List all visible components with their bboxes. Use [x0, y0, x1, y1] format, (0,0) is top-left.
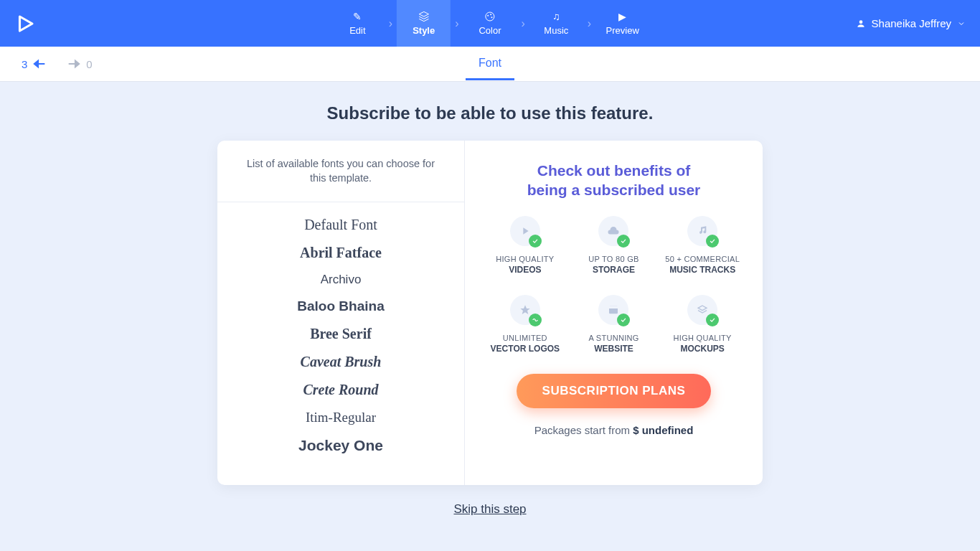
redo-count: 0 [86, 58, 92, 70]
font-item[interactable]: Abril Fatface [217, 239, 464, 267]
page-headline: Subscribe to be able to use this feature… [327, 103, 654, 123]
top-nav: ✎ Edit › Style › Color › ♫ Music › ▶ Pre… [0, 0, 980, 47]
svg-point-1 [487, 15, 489, 17]
font-list[interactable]: Default Font Abril Fatface Archivo Baloo… [217, 202, 464, 485]
benefit-line2: VECTOR LOGOS [491, 344, 560, 354]
benefit-line2: WEBSITE [594, 344, 633, 354]
benefit-item: HIGH QUALITYMOCKUPS [661, 295, 744, 354]
check-badge-icon [617, 235, 630, 248]
benefit-line1: A STUNNING [588, 334, 639, 342]
svg-rect-6 [609, 306, 618, 308]
check-badge-icon [529, 314, 542, 326]
step-music[interactable]: ♫ Music [529, 0, 583, 47]
step-label: Edit [349, 25, 365, 36]
benefit-line1: HIGH QUALITY [674, 334, 732, 342]
music-icon [687, 216, 717, 246]
toolbar: 3 0 Font [0, 47, 980, 82]
step-label: Style [413, 25, 435, 36]
check-badge-icon [706, 314, 719, 326]
step-label: Preview [606, 25, 639, 36]
subscription-column: Check out benefits ofbeing a subscribed … [465, 141, 763, 485]
wizard-steps: ✎ Edit › Style › Color › ♫ Music › ▶ Pre… [331, 0, 649, 47]
user-menu[interactable]: Shaneika Jeffrey [856, 17, 966, 29]
font-list-heading: List of available fonts you can choose f… [217, 141, 464, 202]
redo-button[interactable]: 0 [66, 56, 92, 72]
font-item[interactable]: Default Font [217, 211, 464, 239]
music-icon: ♫ [552, 11, 560, 22]
layers-icon [418, 11, 430, 22]
check-badge-icon [529, 235, 542, 248]
palette-icon [484, 11, 496, 22]
benefit-line1: UNLIMITED [503, 334, 547, 342]
font-item[interactable]: Crete Round [217, 376, 464, 404]
benefit-line2: VIDEOS [509, 265, 541, 275]
benefit-line2: MOCKUPS [680, 344, 724, 354]
svg-point-3 [491, 17, 493, 18]
chevron-down-icon [957, 19, 966, 28]
benefit-item: HIGH QUALITYVIDEOS [484, 216, 567, 275]
svg-point-4 [859, 20, 862, 24]
font-item[interactable]: Bree Serif [217, 320, 464, 348]
star-icon [510, 295, 540, 325]
layers-icon [687, 295, 717, 325]
step-style[interactable]: Style [397, 0, 451, 47]
play-icon [510, 216, 540, 246]
pencil-icon: ✎ [353, 11, 362, 22]
packages-price-line: Packages start from $ undefined [534, 424, 694, 436]
tab-font[interactable]: Font [466, 48, 514, 80]
browser-icon [598, 295, 628, 325]
step-edit[interactable]: ✎ Edit [331, 0, 385, 47]
benefit-line2: MUSIC TRACKS [669, 265, 735, 275]
undo-button[interactable]: 3 [22, 56, 47, 72]
benefit-line1: 50 + COMMERCIAL [665, 255, 740, 263]
font-item[interactable]: Archivo [217, 267, 464, 293]
step-color[interactable]: Color [463, 0, 517, 47]
svg-point-0 [486, 12, 494, 21]
svg-point-2 [490, 14, 491, 15]
benefit-line2: STORAGE [593, 265, 635, 275]
play-icon: ▶ [618, 11, 626, 22]
logo[interactable] [14, 13, 36, 34]
font-item[interactable]: Jockey One [217, 431, 464, 460]
font-item[interactable]: Itim-Regular [217, 404, 464, 431]
step-label: Music [544, 25, 568, 36]
check-badge-icon [617, 314, 630, 326]
benefit-item: UP TO 80 GBSTORAGE [573, 216, 656, 275]
benefit-line1: HIGH QUALITY [496, 255, 554, 263]
font-item[interactable]: Baloo Bhaina [217, 293, 464, 320]
step-preview[interactable]: ▶ Preview [595, 0, 649, 47]
main-content: Subscribe to be able to use this feature… [0, 82, 980, 517]
undo-count: 3 [22, 58, 27, 70]
subscription-panel: List of available fonts you can choose f… [217, 141, 763, 485]
benefit-line1: UP TO 80 GB [588, 255, 639, 263]
font-item[interactable]: Caveat Brush [217, 348, 464, 376]
chevron-right-icon: › [583, 17, 595, 30]
chevron-right-icon: › [451, 17, 463, 30]
user-name: Shaneika Jeffrey [872, 17, 951, 29]
subscription-plans-button[interactable]: SUBSCRIPTION PLANS [517, 374, 712, 408]
chevron-right-icon: › [517, 17, 529, 30]
benefit-item: A STUNNINGWEBSITE [573, 295, 656, 354]
font-column: List of available fonts you can choose f… [217, 141, 465, 485]
benefits-grid: HIGH QUALITYVIDEOSUP TO 80 GBSTORAGE50 +… [484, 216, 744, 354]
check-badge-icon [706, 235, 719, 248]
cloud-icon [598, 216, 628, 246]
benefit-item: UNLIMITEDVECTOR LOGOS [484, 295, 567, 354]
skip-link[interactable]: Skip this step [453, 502, 526, 517]
benefit-item: 50 + COMMERCIALMUSIC TRACKS [661, 216, 744, 275]
subscription-title: Check out benefits ofbeing a subscribed … [527, 161, 701, 200]
user-icon [856, 19, 866, 29]
step-label: Color [479, 25, 501, 36]
chevron-right-icon: › [385, 17, 397, 30]
